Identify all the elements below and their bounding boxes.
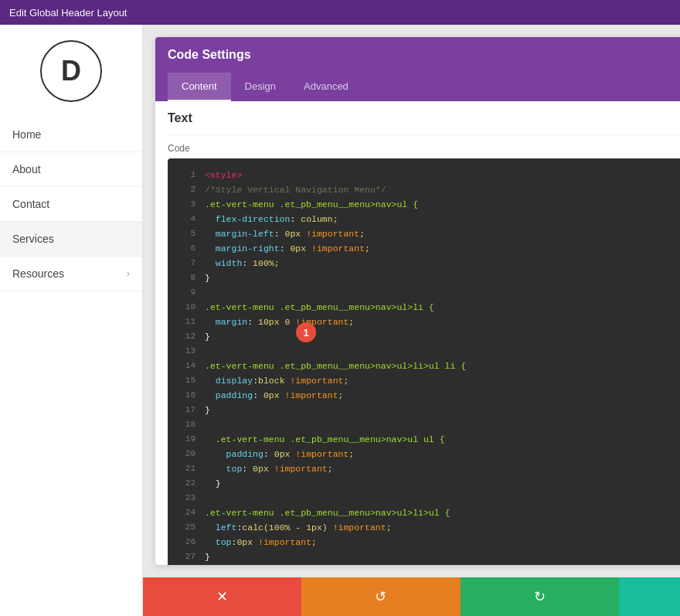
code-editor[interactable]: 1<style>2/*Style Vertical Navigation Men… <box>168 158 680 565</box>
cancel-icon: ✕ <box>216 588 228 605</box>
code-line: 1<style> <box>168 168 680 182</box>
sidebar-item-home[interactable]: Home <box>0 117 142 152</box>
code-line: 23 <box>168 491 680 505</box>
text-section-header: Text ∧ ⋮ <box>168 101 680 135</box>
code-line: 6 margin-right: 0px !important; <box>168 241 680 256</box>
code-line: 17} <box>168 403 680 417</box>
tab-advanced[interactable]: Advanced <box>290 73 362 101</box>
tab-content[interactable]: Content <box>168 73 231 101</box>
code-line: 19 .et-vert-menu .et_pb_menu__menu>nav>u… <box>168 432 680 447</box>
code-line: 10.et-vert-menu .et_pb_menu__menu>nav>ul… <box>168 300 680 315</box>
sidebar-item-services[interactable]: Services <box>0 222 142 257</box>
sidebar-item-about[interactable]: About <box>0 152 142 187</box>
save-button[interactable]: ✓ <box>619 577 680 616</box>
sidebar-item-resources-label: Resources <box>12 267 64 280</box>
code-line: 28 <box>168 564 680 565</box>
code-line: 3.et-vert-menu .et_pb_menu__menu>nav>ul … <box>168 197 680 212</box>
bottom-toolbar: ✕ ↺ ↻ ✓ <box>143 577 680 616</box>
code-line: 27} <box>168 550 680 564</box>
panel-title: Code Settings <box>168 48 251 62</box>
text-section: Text ∧ ⋮ Code 1<style>2/*Style Vertical … <box>155 101 680 565</box>
undo-button[interactable]: ↺ <box>301 577 460 616</box>
sidebar-item-resources[interactable]: Resources › <box>0 257 142 291</box>
code-line: 8} <box>168 271 680 285</box>
top-bar: Edit Global Header Layout <box>0 0 680 25</box>
code-line: 16 padding: 0px !important; <box>168 388 680 403</box>
redo-button[interactable]: ↻ <box>461 577 619 616</box>
sidebar-logo: D <box>40 40 102 102</box>
text-section-title: Text <box>168 111 192 125</box>
code-line: 9 <box>168 285 680 300</box>
chevron-right-icon: › <box>127 268 130 279</box>
sidebar-item-services-label: Services <box>12 233 54 245</box>
sidebar-item-contact-label: Contact <box>12 198 49 210</box>
code-line: 20 padding: 0px !important; <box>168 447 680 461</box>
code-line: 21 top: 0px !important; <box>168 461 680 476</box>
code-settings-panel: Code Settings ⛶ ▥ ⋮ Content Design Advan… <box>155 37 680 565</box>
code-line: 2/*Style Vertical Navigation Menu*/ <box>168 182 680 197</box>
code-line: 7 width: 100%; <box>168 256 680 271</box>
code-line: 14.et-vert-menu .et_pb_menu__menu>nav>ul… <box>168 359 680 373</box>
code-line: 22 } <box>168 476 680 491</box>
code-line: 18 <box>168 417 680 432</box>
code-line: 13 <box>168 344 680 359</box>
redo-icon: ↻ <box>534 588 546 605</box>
code-line: 4 flex-direction: column; <box>168 212 680 226</box>
tab-design[interactable]: Design <box>231 73 290 101</box>
sidebar-item-contact[interactable]: Contact <box>0 187 142 222</box>
panel-header: Code Settings ⛶ ▥ ⋮ <box>155 37 680 73</box>
sidebar-item-about-label: About <box>12 163 41 175</box>
code-line: 12} <box>168 329 680 344</box>
tabs-bar: Content Design Advanced <box>155 73 680 101</box>
code-line: 24.et-vert-menu .et_pb_menu__menu>nav>ul… <box>168 505 680 520</box>
cancel-button[interactable]: ✕ <box>143 577 301 616</box>
sidebar-logo-letter: D <box>61 55 81 87</box>
sidebar: D Home About Contact Services Resources … <box>0 25 143 616</box>
sidebar-nav: Home About Contact Services Resources › <box>0 117 142 291</box>
code-line: 26 top:0px !important; <box>168 535 680 550</box>
top-bar-title: Edit Global Header Layout <box>9 7 127 19</box>
step-badge: 1 <box>296 322 316 342</box>
undo-icon: ↺ <box>375 588 386 605</box>
sidebar-item-home-label: Home <box>12 128 41 141</box>
code-label: Code <box>168 135 680 158</box>
code-line: 5 margin-left: 0px !important; <box>168 226 680 241</box>
code-line: 15 display:block !important; <box>168 373 680 388</box>
code-line: 11 margin: 10px 0 !important; <box>168 315 680 329</box>
code-line: 25 left:calc(100% - 1px) !important; <box>168 520 680 535</box>
main-content: Code Settings ⛶ ▥ ⋮ Content Design Advan… <box>143 25 680 616</box>
